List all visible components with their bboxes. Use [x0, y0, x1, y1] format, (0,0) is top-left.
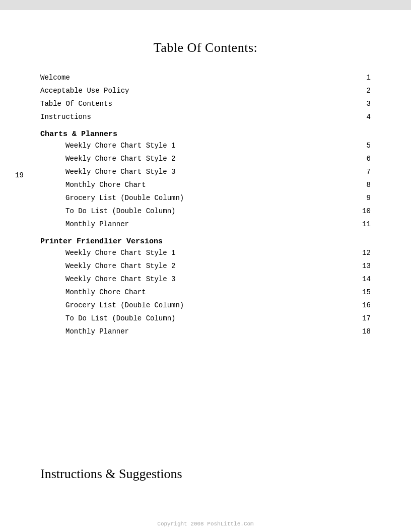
toc-entry-page: 1	[356, 74, 371, 82]
sub-entry-label: Weekly Chore Chart Style 1	[65, 249, 356, 257]
toc-entry: Welcome 1	[40, 74, 371, 82]
toc-entry-page: 2	[356, 87, 371, 95]
sub-entry: Grocery List (Double Column) 9	[65, 194, 371, 202]
sub-entry-label: Weekly Chore Chart Style 1	[65, 142, 356, 150]
sub-entry-label: Grocery List (Double Column)	[65, 194, 356, 202]
sub-entry: Weekly Chore Chart Style 2 13	[65, 262, 371, 270]
toc-entry: Acceptable Use Policy 2	[40, 87, 371, 95]
sub-entry: Monthly Planner 11	[65, 220, 371, 228]
sub-entry: Weekly Chore Chart Style 3 14	[65, 275, 371, 283]
sub-entry-label: Weekly Chore Chart Style 2	[65, 262, 356, 270]
section1-items: Weekly Chore Chart Style 1 5 Weekly Chor…	[40, 142, 371, 228]
section1-header: Charts & Planners	[40, 130, 371, 139]
sub-entry-label: Monthly Chore Chart	[65, 181, 356, 189]
sub-entry-page: 15	[356, 288, 371, 296]
instructions-title: Instructions & Suggestions	[40, 467, 371, 482]
page-title: Table Of Contents:	[40, 40, 371, 55]
sub-entry-page: 13	[356, 262, 371, 270]
toc-entry-page: 4	[356, 113, 371, 121]
sub-entry: To Do List (Double Column) 10	[65, 207, 371, 215]
sub-entry-label: Grocery List (Double Column)	[65, 301, 356, 309]
sub-entry: Monthly Planner 18	[65, 327, 371, 336]
sub-entry: Weekly Chore Chart Style 2 6	[65, 155, 371, 163]
toc-entry-page: 3	[356, 100, 371, 108]
sub-entry-label: Monthly Chore Chart	[65, 288, 356, 296]
sub-entry-page: 5	[356, 142, 371, 150]
instructions-section: Instructions & Suggestions	[40, 456, 371, 482]
page: Table Of Contents: Welcome 1 Acceptable …	[0, 10, 411, 532]
sub-entry: Grocery List (Double Column) 16	[65, 301, 371, 309]
sub-entry-page: 9	[356, 194, 371, 202]
sub-entry-page: 8	[356, 181, 371, 189]
toc-entry-label: Table Of Contents	[40, 100, 356, 108]
footer: Copyright 2008 PoshLittle.Com	[0, 521, 411, 527]
sub-entry-page: 16	[356, 301, 371, 309]
toc-entry-label: Welcome	[40, 74, 356, 82]
sub-entry-label: Weekly Chore Chart Style 2	[65, 155, 356, 163]
sub-entry-page: 18	[356, 327, 371, 336]
toc-entry-label: Acceptable Use Policy	[40, 87, 356, 95]
section2-items: Weekly Chore Chart Style 1 12 Weekly Cho…	[40, 249, 371, 336]
page-number-left: 19	[15, 171, 24, 179]
toc-entry: Table Of Contents 3	[40, 100, 371, 108]
sub-entry-page: 7	[356, 168, 371, 176]
sub-entry-page: 6	[356, 155, 371, 163]
sub-entry: Weekly Chore Chart Style 3 7	[65, 168, 371, 176]
sub-entry: To Do List (Double Column) 17	[65, 314, 371, 322]
sub-entry: Weekly Chore Chart Style 1 5	[65, 142, 371, 150]
section2-header: Printer Friendlier Versions	[40, 237, 371, 246]
sub-entry-page: 14	[356, 275, 371, 283]
sub-entry-label: Weekly Chore Chart Style 3	[65, 168, 356, 176]
sub-entry-page: 17	[356, 314, 371, 322]
toc-top-entries: Welcome 1 Acceptable Use Policy 2 Table …	[40, 74, 371, 121]
sub-entry-label: To Do List (Double Column)	[65, 314, 356, 322]
sub-entry-page: 10	[356, 207, 371, 215]
sub-entry-page: 12	[356, 249, 371, 257]
toc-entry: Instructions 4	[40, 113, 371, 121]
sub-entry-label: Monthly Planner	[65, 327, 356, 336]
sub-entry: Monthly Chore Chart 8	[65, 181, 371, 189]
sub-entry-label: Weekly Chore Chart Style 3	[65, 275, 356, 283]
toc-entry-label: Instructions	[40, 113, 356, 121]
sub-entry: Monthly Chore Chart 15	[65, 288, 371, 296]
sub-entry-label: To Do List (Double Column)	[65, 207, 356, 215]
sub-entry: Weekly Chore Chart Style 1 12	[65, 249, 371, 257]
sub-entry-label: Monthly Planner	[65, 220, 356, 228]
sub-entry-page: 11	[356, 220, 371, 228]
